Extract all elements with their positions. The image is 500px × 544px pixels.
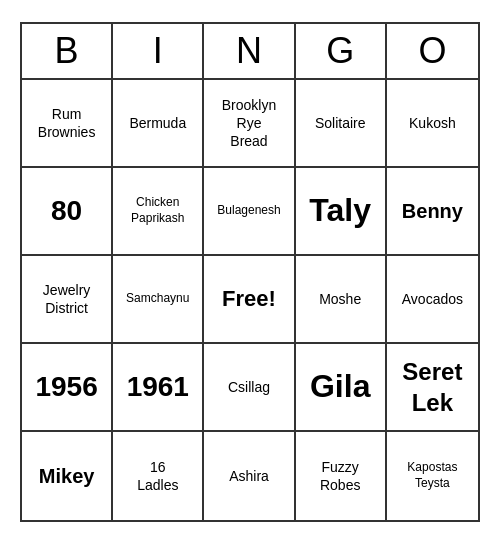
- bingo-cell: Samchaynu: [113, 256, 204, 344]
- header-letter: G: [296, 24, 387, 78]
- bingo-cell: Rum Brownies: [22, 80, 113, 168]
- bingo-cell: Avocados: [387, 256, 478, 344]
- header-letter: B: [22, 24, 113, 78]
- bingo-cell: Kapostas Teysta: [387, 432, 478, 520]
- bingo-cell: 80: [22, 168, 113, 256]
- bingo-cell: Taly: [296, 168, 387, 256]
- bingo-cell: Gila: [296, 344, 387, 432]
- bingo-cell: Chicken Paprikash: [113, 168, 204, 256]
- header-letter: N: [204, 24, 295, 78]
- bingo-header: BINGO: [22, 24, 478, 80]
- bingo-cell: Solitaire: [296, 80, 387, 168]
- header-letter: I: [113, 24, 204, 78]
- bingo-cell: Brooklyn Rye Bread: [204, 80, 295, 168]
- bingo-cell: 16 Ladles: [113, 432, 204, 520]
- bingo-cell: 1956: [22, 344, 113, 432]
- bingo-cell: Ashira: [204, 432, 295, 520]
- bingo-cell: Seret Lek: [387, 344, 478, 432]
- bingo-cell: Kukosh: [387, 80, 478, 168]
- bingo-cell: Mikey: [22, 432, 113, 520]
- bingo-cell: Bulagenesh: [204, 168, 295, 256]
- bingo-cell: 1961: [113, 344, 204, 432]
- bingo-cell: Csillag: [204, 344, 295, 432]
- bingo-cell: Jewelry District: [22, 256, 113, 344]
- header-letter: O: [387, 24, 478, 78]
- bingo-cell: Free!: [204, 256, 295, 344]
- bingo-grid: Rum BrowniesBermudaBrooklyn Rye BreadSol…: [22, 80, 478, 520]
- bingo-card: BINGO Rum BrowniesBermudaBrooklyn Rye Br…: [20, 22, 480, 522]
- bingo-cell: Moshe: [296, 256, 387, 344]
- bingo-cell: Fuzzy Robes: [296, 432, 387, 520]
- bingo-cell: Bermuda: [113, 80, 204, 168]
- bingo-cell: Benny: [387, 168, 478, 256]
